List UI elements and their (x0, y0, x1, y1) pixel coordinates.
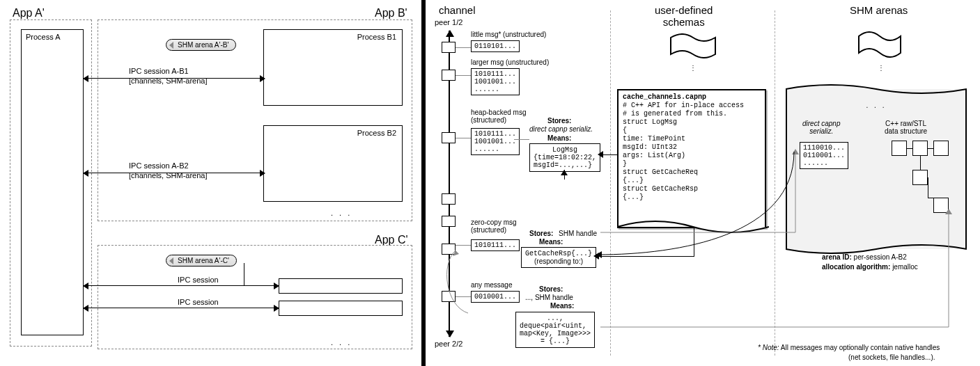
msg4-stores-label: Stores: (529, 230, 553, 237)
col-schemas-header: user-defined schemas (655, 4, 713, 28)
msg4-data: 1010111... (471, 239, 520, 251)
app-a-label: App A' (13, 7, 45, 19)
session-c2-label: IPC session (178, 298, 219, 306)
session-ab2-label-1: IPC session A-B2 (129, 161, 189, 170)
shm-arena-ab-tag: SHM arena A'-B' (166, 39, 236, 51)
msg2-line3: ...... (474, 86, 516, 93)
msg5-data: 0010001... (471, 291, 520, 303)
process-a-title: Process A (26, 33, 61, 41)
schema-dots-icon: ⋮ (690, 64, 697, 72)
msg3-line1: 1010111... (474, 130, 516, 138)
process-a-box: Process A (21, 29, 84, 335)
msg5-means-l2: deque<pair<uint, (520, 322, 591, 330)
peer-2-label: peer 2/2 (435, 340, 462, 348)
arena-d1: 1110010... (803, 144, 845, 152)
msg2-link (456, 75, 471, 76)
msg3-data: 1010111... 1001001... ...... (471, 128, 520, 155)
schema-l2: # is generated from this. (623, 110, 761, 118)
msg3-means-box: LogMsg {time=18:02:22, msgId=...,...} (529, 143, 600, 172)
tree-v1 (920, 156, 921, 170)
session-ab2-label-2: [channels, SHM-arena] (129, 171, 208, 180)
arena-scroll-icon (857, 31, 903, 58)
schema-l5: time: TimePoint (623, 135, 761, 143)
schema-scroll-icon (669, 33, 717, 58)
tree-h3 (928, 198, 933, 198)
msg2-title: larger msg (unstructured) (471, 58, 549, 66)
tree-v2 (928, 177, 928, 198)
process-b1-box: Process B1 (263, 29, 403, 106)
msg3-line3: ...... (474, 145, 516, 153)
schema-file-name: cache_channels.capnp (623, 93, 761, 102)
app-c-proc-1 (279, 278, 403, 294)
msg5-means-l4: = {...} (520, 337, 591, 345)
msg2-line1: 1010111... (474, 70, 516, 78)
channel-slot-4 (442, 193, 456, 205)
msg5-title: any message (471, 281, 512, 289)
arena-d3: ...... (803, 159, 845, 167)
msg3-title: heap-backed msg (structured) (471, 109, 527, 124)
arena-sq-4 (912, 170, 928, 185)
process-b2-title: Process B2 (357, 129, 396, 137)
msg2-data: 1010111... 1001001... ...... (471, 68, 520, 95)
schema-l3: struct LogMsg (623, 118, 761, 127)
session-c1-label: IPC session (178, 276, 219, 284)
msg3-line2: 1001001... (474, 138, 516, 145)
footnote-text-1: All messages may optionally contain nati… (781, 344, 940, 351)
msg1-title: little msg* (unstructured) (471, 31, 546, 38)
arena-d2: 0110001... (803, 152, 845, 159)
msg2-line2: 1001001... (474, 78, 516, 86)
msg3-stores-arrow-h (514, 139, 529, 140)
footnote-line1: * Note: All messages may optionally cont… (758, 344, 940, 351)
peer-1-label: peer 1/2 (435, 18, 462, 26)
arena-dots-icon: ⋮ (878, 64, 885, 72)
msg5-backlink-svg (432, 237, 474, 320)
channel-slot-3 (442, 132, 456, 143)
msg4-title: zero-copy msg (structured) (471, 218, 517, 234)
arena-sq-2 (912, 141, 928, 156)
msg3-means-l3: msgId=...,...} (534, 161, 596, 169)
arena-col2-label: C++ raw/STL data structure (885, 120, 927, 135)
col-channel-header: channel (439, 4, 476, 16)
footnote-label: * Note: (758, 344, 779, 351)
msg5-means-l3: map<Key, Image>>> (520, 330, 591, 337)
msg5-means-box: ..., deque<pair<uint, map<Key, Image>>> … (515, 312, 595, 348)
arena-col1-label: direct capnp serializ. (802, 120, 840, 135)
app-c-proc-2 (279, 301, 403, 316)
channel-slot-1 (442, 42, 456, 53)
arrow-session-c2 (84, 308, 279, 308)
arena-sq-1 (892, 141, 907, 156)
arrow-session-c1 (84, 285, 279, 286)
footnote-line2: (net sockets, file handles...). (848, 353, 935, 361)
session-ab1-label-1: IPC session A-B1 (129, 67, 189, 75)
msg1-data: 0110101... (471, 40, 520, 52)
col-arenas-header: SHM arenas (850, 4, 908, 16)
panel-divider (421, 0, 426, 366)
msg3-stores-label: Stores: (547, 117, 571, 125)
msg4-stores-val: SHM handle (559, 230, 597, 237)
msg4-means-l2: (responding to:) (525, 257, 592, 265)
msg3-means-l2: {time=18:02:22, (534, 154, 596, 161)
process-b1-title: Process B1 (357, 33, 396, 41)
arena-ac-drop (244, 263, 244, 285)
msg4-means-box: GetCacheRsp{...} (responding to:) (521, 247, 596, 268)
tree-h1 (907, 148, 912, 149)
msg4-means-label: Means: (539, 238, 563, 246)
arena-wavy-top (786, 84, 967, 94)
msg3-means-up-arrow (561, 170, 568, 175)
schema-l4: { (623, 127, 761, 135)
msg3-stores-val: direct capnp serializ. (529, 125, 593, 133)
arena-sq-3 (933, 141, 949, 156)
msg5-stores-val: ..., SHM handle (525, 294, 573, 301)
msg5-means-l1: ..., (520, 315, 591, 322)
session-ab1-label-2: [channels, SHM-arena] (129, 77, 208, 85)
msg1-link (456, 47, 471, 48)
app-b-label: App B' (375, 7, 407, 19)
schema-l1: # C++ API for in-place access (623, 102, 761, 110)
arena-top-dots: . . . (787, 102, 965, 109)
msg5-stores-label: Stores: (539, 285, 563, 293)
tree-h2 (928, 148, 933, 149)
channel-slot-5 (442, 216, 456, 227)
capnp-to-getcachersp-svg (596, 152, 805, 263)
msg3-means-label: Means: (547, 134, 571, 142)
msg3-means-l1: LogMsg (534, 146, 596, 154)
